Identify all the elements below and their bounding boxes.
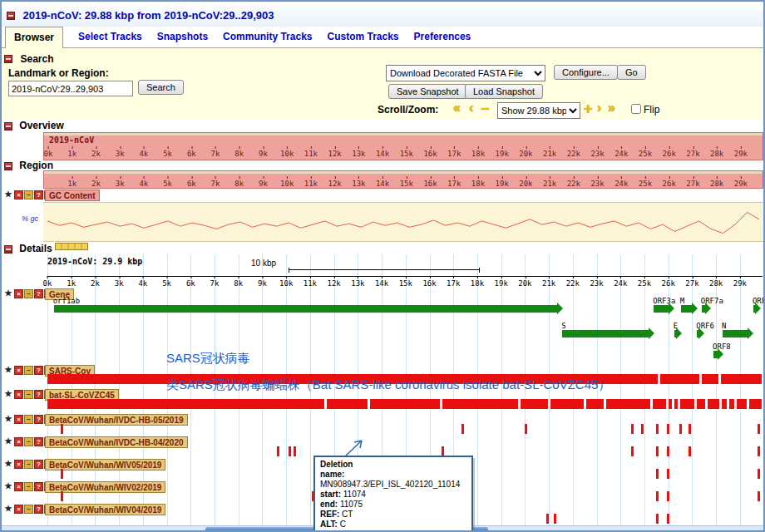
close-track-icon[interactable]: × xyxy=(14,289,23,298)
favorite-star-icon[interactable]: ★ xyxy=(3,415,13,424)
gene-s[interactable] xyxy=(562,330,649,337)
configure-track-icon[interactable]: ? xyxy=(34,482,43,491)
gene-orf7a[interactable] xyxy=(702,305,705,313)
zoom-in-icon[interactable]: › xyxy=(597,101,601,116)
close-track-icon[interactable]: × xyxy=(14,190,23,200)
collapse-section-icon[interactable] xyxy=(4,55,12,63)
minimize-track-icon[interactable]: − xyxy=(24,289,33,298)
variant-mark[interactable] xyxy=(525,424,527,434)
track-label-gc-content[interactable]: GC Content xyxy=(45,190,100,201)
gene-orf8[interactable] xyxy=(713,351,717,358)
zoom-minus-icon[interactable]: − xyxy=(481,101,490,118)
gene-e[interactable] xyxy=(674,330,676,337)
configure-track-icon[interactable]: ? xyxy=(34,415,43,424)
zoom-out-far-icon[interactable]: « xyxy=(453,101,461,116)
tab-community-tracks[interactable]: Community Tracks xyxy=(223,31,312,47)
variant-mark[interactable] xyxy=(667,424,669,434)
favorite-star-icon[interactable]: ★ xyxy=(3,390,13,399)
variant-mark[interactable] xyxy=(61,469,63,479)
gene-orf10[interactable] xyxy=(753,305,755,313)
favorite-star-icon[interactable]: ★ xyxy=(3,190,13,200)
configure-track-icon[interactable]: ? xyxy=(34,289,43,298)
zoom-in-far-icon[interactable]: » xyxy=(608,101,615,116)
variant-mark[interactable] xyxy=(631,446,634,456)
variant-mark[interactable] xyxy=(667,446,669,456)
save-snapshot-button[interactable]: Save Snapshot xyxy=(388,84,467,99)
variant-mark[interactable] xyxy=(656,424,659,434)
collapse-section-icon[interactable] xyxy=(4,122,12,131)
variant-mark[interactable] xyxy=(656,469,659,479)
search-button[interactable]: Search xyxy=(138,80,184,95)
configure-button[interactable]: Configure... xyxy=(554,65,618,80)
variant-mark[interactable] xyxy=(61,491,63,501)
variant-mark[interactable] xyxy=(656,514,659,524)
configure-track-icon[interactable]: ? xyxy=(34,460,43,469)
minimize-track-icon[interactable]: − xyxy=(24,505,33,514)
overview-band[interactable]: 2019-nCoV 0k1k2k3k4k5k6k7k8k9k10k11k12k1… xyxy=(43,132,763,160)
tab-preferences[interactable]: Preferences xyxy=(414,31,471,47)
tab-browser[interactable]: Browser xyxy=(5,27,63,48)
variant-mark[interactable] xyxy=(554,514,556,524)
minimize-track-icon[interactable]: − xyxy=(24,437,33,446)
gene-orf1ab[interactable] xyxy=(54,305,557,313)
gene-n[interactable] xyxy=(723,330,748,337)
gene-m[interactable] xyxy=(681,305,692,313)
favorite-star-icon[interactable]: ★ xyxy=(3,482,13,491)
variant-mark[interactable] xyxy=(546,514,549,524)
variant-mark[interactable] xyxy=(656,446,659,456)
configure-track-icon[interactable]: ? xyxy=(34,437,43,446)
minimize-track-icon[interactable]: − xyxy=(24,415,33,424)
variant-mark[interactable] xyxy=(667,469,669,479)
alignment-bar-bat-sl-covzc45[interactable] xyxy=(47,399,762,409)
gene-orf6[interactable] xyxy=(697,330,698,337)
variant-mark[interactable] xyxy=(631,424,634,434)
close-track-icon[interactable]: × xyxy=(14,366,23,375)
variant-mark[interactable] xyxy=(289,446,291,456)
download-select[interactable]: Download Decorated FASTA File xyxy=(386,65,545,81)
variant-mark[interactable] xyxy=(667,491,669,501)
variant-mark[interactable] xyxy=(641,424,644,434)
details-pan-widget[interactable] xyxy=(55,243,88,250)
variant-mark[interactable] xyxy=(758,469,760,479)
favorite-star-icon[interactable]: ★ xyxy=(3,505,13,514)
flip-checkbox[interactable] xyxy=(631,104,641,114)
favorite-star-icon[interactable]: ★ xyxy=(3,366,13,375)
variant-mark[interactable] xyxy=(656,491,659,501)
variant-mark[interactable] xyxy=(758,424,760,434)
favorite-star-icon[interactable]: ★ xyxy=(3,437,13,446)
variant-mark[interactable] xyxy=(688,424,691,434)
close-track-icon[interactable]: × xyxy=(14,482,23,491)
close-track-icon[interactable]: × xyxy=(14,505,23,514)
tab-custom-tracks[interactable]: Custom Tracks xyxy=(327,31,398,47)
close-track-icon[interactable]: × xyxy=(14,415,23,424)
variant-mark[interactable] xyxy=(667,514,669,524)
favorite-star-icon[interactable]: ★ xyxy=(3,460,13,469)
configure-track-icon[interactable]: ? xyxy=(34,505,43,514)
minimize-track-icon[interactable]: − xyxy=(24,460,33,469)
tab-snapshots[interactable]: Snapshots xyxy=(157,31,208,47)
collapse-section-icon[interactable] xyxy=(4,245,12,254)
variant-mark[interactable] xyxy=(679,424,682,434)
variant-mark[interactable] xyxy=(61,424,63,434)
minimize-track-icon[interactable]: − xyxy=(24,482,33,491)
collapse-section-icon[interactable] xyxy=(7,12,15,20)
favorite-star-icon[interactable]: ★ xyxy=(3,289,13,298)
variant-mark[interactable] xyxy=(688,446,691,456)
go-button[interactable]: Go xyxy=(617,65,646,80)
zoom-select[interactable]: Show 29.88 kbp xyxy=(497,102,580,119)
close-track-icon[interactable]: × xyxy=(14,460,23,469)
variant-mark[interactable] xyxy=(758,446,760,456)
close-track-icon[interactable]: × xyxy=(14,390,23,399)
zoom-out-icon[interactable]: ‹ xyxy=(469,101,473,116)
minimize-track-icon[interactable]: − xyxy=(24,190,33,200)
variant-mark[interactable] xyxy=(461,424,464,434)
region-band[interactable]: 1k2k3k4k5k6k7k8k9k10k11k12k13k14k15k16k1… xyxy=(43,170,763,189)
minimize-track-icon[interactable]: − xyxy=(24,390,33,399)
configure-track-icon[interactable]: ? xyxy=(34,190,43,200)
configure-track-icon[interactable]: ? xyxy=(34,390,43,399)
zoom-plus-icon[interactable]: + xyxy=(584,101,593,118)
tab-select-tracks[interactable]: Select Tracks xyxy=(78,31,142,47)
variant-mark[interactable] xyxy=(294,446,296,456)
landmark-input[interactable] xyxy=(8,81,133,96)
gene-orf3a[interactable] xyxy=(654,305,669,313)
